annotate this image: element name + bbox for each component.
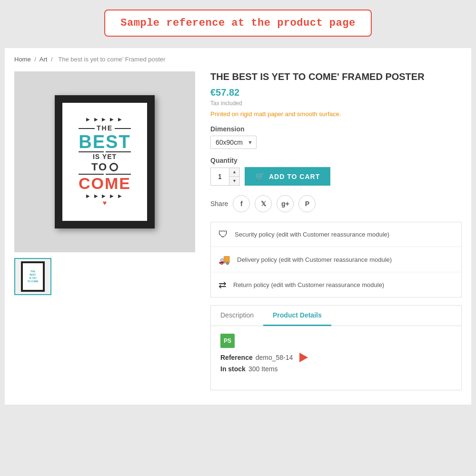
reference-value: demo_58-14 [256, 354, 293, 361]
reference-label: Reference [220, 354, 253, 361]
poster-come: COME [79, 175, 131, 191]
googleplus-share-button[interactable]: g+ [277, 195, 294, 212]
truck-icon: 🚚 [218, 254, 230, 265]
poster-best: BEST [79, 133, 131, 151]
quantity-down-button[interactable]: ▼ [229, 177, 239, 185]
product-inner: ▶ ▶ ▶ ▶ ▶ THE BEST [62, 103, 147, 221]
delivery-policy-text: Delivery policy (edit with Customer reas… [237, 256, 392, 263]
breadcrumb-category[interactable]: Art [40, 56, 48, 63]
poster-arrows-top: ▶ ▶ ▶ ▶ ▶ [79, 117, 131, 122]
main-image: ▶ ▶ ▶ ▶ ▶ THE BEST [14, 71, 195, 252]
banner-text: Sample reference at the product page [120, 17, 355, 29]
tabs-header: Description Product Details [211, 306, 461, 326]
quantity-label: Quantity [210, 157, 462, 164]
quantity-control: 1 ▲ ▼ [210, 168, 240, 186]
thumbnail-item[interactable]: THEBESTIS YETTO COME [14, 258, 51, 295]
poster-line-1: THE [79, 124, 131, 132]
share-row: Share f 𝕏 g+ P [210, 195, 462, 212]
tab-description[interactable]: Description [211, 306, 263, 326]
product-info-section: THE BEST IS YET TO COME' FRAMED POSTER €… [210, 71, 462, 390]
shield-icon: 🛡 [218, 229, 228, 240]
product-frame: ▶ ▶ ▶ ▶ ▶ THE BEST [55, 95, 155, 228]
return-policy-text: Return policy (edit with Customer reassu… [233, 281, 384, 288]
breadcrumb-product: The best is yet to come' Framed poster [58, 56, 165, 63]
product-price: €57.82 [210, 87, 462, 98]
reassurance-box: 🛡 Security policy (edit with Customer re… [210, 222, 462, 298]
return-icon: ⇄ [218, 279, 227, 290]
return-policy-item: ⇄ Return policy (edit with Customer reas… [211, 272, 461, 297]
security-policy-text: Security policy (edit with Customer reas… [235, 231, 389, 238]
quantity-row: 1 ▲ ▼ 🛒 ADD TO CART [210, 167, 462, 186]
quantity-up-button[interactable]: ▲ [229, 168, 239, 177]
poster-arrows-bottom: ▶ ▶ ▶ ▶ ▶ [79, 193, 131, 199]
security-policy-item: 🛡 Security policy (edit with Customer re… [211, 222, 461, 247]
pinterest-share-button[interactable]: P [298, 195, 316, 212]
quantity-input[interactable]: 1 [211, 168, 229, 185]
poster-isyet: IS YET [79, 153, 131, 161]
product-title: THE BEST IS YET TO COME' FRAMED POSTER [210, 71, 462, 82]
product-icon: PS [220, 334, 235, 348]
tab-product-details[interactable]: Product Details [263, 306, 331, 326]
stock-value: 300 Items [248, 365, 278, 373]
stock-row: In stock 300 Items [220, 365, 452, 373]
reference-arrow-icon [299, 353, 308, 362]
poster-to: TO [91, 161, 108, 173]
twitter-share-button[interactable]: 𝕏 [255, 195, 272, 212]
poster-heart: ♥ [79, 199, 131, 207]
product-tabs-box: Description Product Details PS Reference… [210, 305, 462, 390]
banner: Sample reference at the product page [104, 10, 371, 37]
cart-icon: 🛒 [255, 172, 265, 181]
tax-note: Tax included [210, 100, 462, 107]
poster-content: ▶ ▶ ▶ ▶ ▶ THE BEST [79, 117, 131, 207]
tab-content-product-details: PS Reference demo_58-14 In stock 300 Ite… [211, 326, 461, 380]
poster-circle [109, 163, 118, 171]
add-to-cart-button[interactable]: 🛒 ADD TO CART [245, 167, 330, 186]
stock-label: In stock [220, 365, 246, 373]
quantity-arrows: ▲ ▼ [229, 168, 239, 185]
dimension-label: Dimension [210, 125, 462, 133]
reference-row: Reference demo_58-14 [220, 353, 452, 362]
product-images-section: ▶ ▶ ▶ ▶ ▶ THE BEST [14, 71, 195, 390]
share-label: Share [210, 200, 228, 208]
delivery-policy-item: 🚚 Delivery policy (edit with Customer re… [211, 247, 461, 272]
breadcrumb-home[interactable]: Home [14, 56, 31, 63]
dimension-selector[interactable]: 60x90cm 40x60cm 30x40cm ▼ [210, 136, 257, 149]
add-to-cart-label: ADD TO CART [269, 173, 320, 180]
thumbnail-list: THEBESTIS YETTO COME [14, 258, 195, 295]
breadcrumb: Home / Art / The best is yet to come' Fr… [14, 56, 462, 63]
product-icon-row: PS [220, 334, 452, 348]
product-description: Printed on rigid matt paper and smooth s… [210, 110, 462, 118]
dimension-select[interactable]: 60x90cm 40x60cm 30x40cm [210, 136, 257, 149]
facebook-share-button[interactable]: f [233, 195, 250, 212]
